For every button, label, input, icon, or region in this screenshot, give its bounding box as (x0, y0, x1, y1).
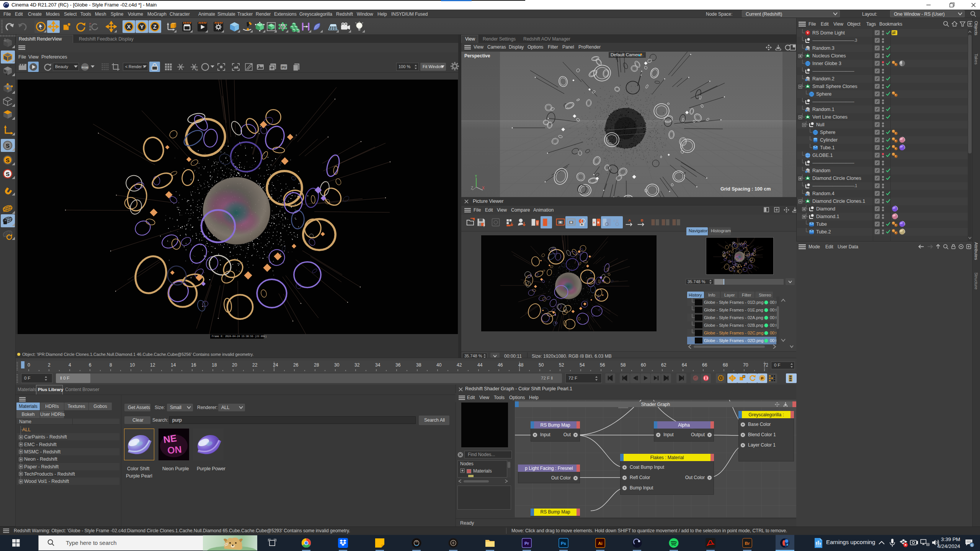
svg-text:70: 70 (743, 362, 748, 368)
svg-text:60: 60 (641, 362, 646, 368)
svg-text:44: 44 (477, 362, 483, 368)
svg-text:Z: Z (153, 24, 157, 30)
svg-text:8: 8 (109, 362, 112, 368)
svg-text:Z: Z (471, 186, 473, 190)
svg-text:66: 66 (702, 362, 707, 368)
svg-text:26: 26 (293, 362, 299, 368)
svg-text:X: X (482, 186, 485, 190)
svg-text:10: 10 (130, 362, 135, 368)
svg-text:42: 42 (457, 362, 462, 368)
svg-text:16: 16 (191, 362, 196, 368)
svg-text:Y: Y (475, 175, 477, 178)
svg-text:22: 22 (252, 362, 258, 368)
svg-text:38: 38 (416, 362, 421, 368)
svg-text:18: 18 (212, 362, 217, 368)
svg-text:B: B (616, 219, 619, 223)
svg-text:30: 30 (334, 362, 340, 368)
svg-text:32: 32 (354, 362, 360, 368)
svg-text:?: ? (483, 224, 485, 227)
svg-text:P: P (761, 376, 764, 380)
svg-text:B: B (597, 221, 599, 224)
svg-text:56: 56 (600, 362, 605, 368)
svg-text:46: 46 (498, 362, 503, 368)
svg-text:A: A (593, 221, 595, 224)
svg-text:64: 64 (682, 362, 687, 368)
svg-text:36: 36 (395, 362, 401, 368)
svg-text:HI: HI (415, 541, 418, 543)
svg-text:28: 28 (314, 362, 319, 368)
svg-text:72: 72 (763, 362, 768, 368)
svg-text:Ai: Ai (598, 541, 603, 546)
svg-text:ON: ON (167, 444, 182, 456)
svg-text:12: 12 (150, 362, 155, 368)
svg-text:RGB: RGB (82, 66, 88, 69)
svg-text:50: 50 (539, 362, 544, 368)
svg-text:A: A (628, 218, 631, 222)
svg-text:40: 40 (436, 362, 442, 368)
svg-text:S: S (6, 157, 10, 163)
svg-text:52: 52 (559, 362, 564, 368)
svg-text:58: 58 (621, 362, 626, 368)
svg-text:G: G (196, 68, 198, 71)
svg-text:0: 0 (28, 362, 30, 368)
svg-text:R: R (89, 28, 91, 31)
svg-text:62: 62 (661, 362, 666, 368)
svg-text:20: 20 (232, 362, 237, 368)
svg-text:Pr: Pr (524, 541, 529, 546)
svg-text:B: B (641, 218, 644, 222)
svg-text:24: 24 (273, 362, 278, 368)
svg-text:6: 6 (971, 543, 973, 547)
svg-text:34: 34 (375, 362, 381, 368)
svg-text:Y: Y (140, 24, 144, 30)
svg-text:48: 48 (518, 362, 524, 368)
svg-text:NE: NE (163, 432, 177, 445)
svg-text:PV: PV (281, 65, 286, 69)
svg-text:54: 54 (580, 362, 585, 368)
svg-text:Br: Br (745, 541, 750, 546)
svg-text:X: X (127, 24, 131, 30)
svg-text:6: 6 (89, 362, 91, 368)
svg-text:68: 68 (723, 362, 728, 368)
svg-text:4: 4 (69, 362, 71, 368)
svg-text:S: S (6, 171, 10, 177)
svg-text:A: A (613, 219, 616, 223)
svg-text:2: 2 (48, 362, 51, 368)
svg-text:S: S (6, 142, 10, 149)
svg-text:Ps: Ps (561, 541, 566, 546)
svg-text:14: 14 (171, 362, 176, 368)
